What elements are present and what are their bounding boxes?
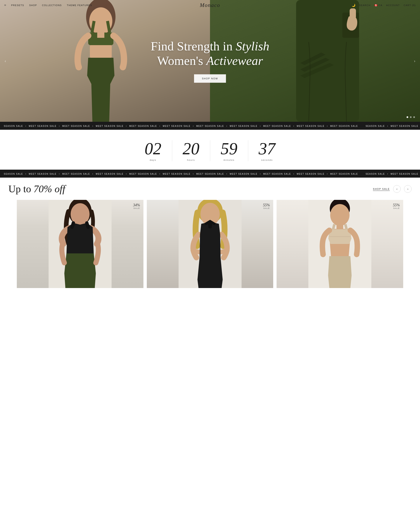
shop-sale-link[interactable]: SHOP SALE [373, 188, 390, 190]
product-image-3 [277, 200, 403, 288]
hero-section: Find Strength in Stylish Women's Activew… [0, 0, 420, 122]
product-card-1[interactable]: 34% SALE [17, 200, 143, 288]
ticker-item-b-dup: SEASON SALE • MEET SEASON SALE • MEET SE… [362, 173, 420, 175]
product-badge-label-3: SALE [393, 207, 400, 209]
product-image-2 [147, 200, 273, 288]
hero-dot-3[interactable] [413, 116, 415, 118]
ticker-item-b: SEASON SALE • MEET SEASON SALE • MEET SE… [0, 173, 362, 175]
countdown-days-number: 02 [145, 140, 161, 157]
site-logo[interactable]: Monaco [200, 2, 220, 8]
hero-title: Find Strength in Stylish Women's Activew… [150, 39, 269, 68]
ticker-item-dup: SEASON SALE • MEET SEASON SALE • MEET SE… [362, 125, 420, 127]
product-badge-label-1: SALE [133, 207, 140, 209]
ticker-top: SEASON SALE • MEET SEASON SALE • MEET SE… [0, 122, 420, 130]
sale-next-button[interactable]: › [404, 185, 411, 193]
countdown-days: 02 days [134, 140, 172, 161]
ticker-inner-bottom: SEASON SALE • MEET SEASON SALE • MEET SE… [0, 173, 420, 175]
countdown-minutes-number: 59 [221, 140, 237, 157]
hero-content: Find Strength in Stylish Women's Activew… [150, 39, 269, 83]
hero-dots [407, 116, 415, 118]
product-card-3[interactable]: 55% SALE [277, 200, 403, 288]
product-badge-percent-2: 55% [263, 203, 270, 207]
sale-header: Up to 70% off SHOP SALE ‹ › [9, 184, 411, 194]
sale-title-italic: 70% off [34, 183, 65, 194]
svg-rect-6 [97, 33, 104, 38]
hero-title-italic2: Activewear [206, 54, 263, 68]
hero-cta-button[interactable]: SHOP NOW [194, 74, 226, 83]
sale-section: Up to 70% off SHOP SALE ‹ › [0, 178, 420, 297]
ticker-item: SEASON SALE • MEET SEASON SALE • MEET SE… [0, 125, 362, 127]
hero-next-arrow[interactable]: › [412, 56, 418, 66]
ticker-bottom: SEASON SALE • MEET SEASON SALE • MEET SE… [0, 170, 420, 178]
product-figure-3-svg [277, 200, 403, 288]
product-badge-label-2: SALE [263, 207, 270, 209]
countdown-hours-label: hours [183, 159, 200, 161]
nav-link-collections[interactable]: COLLECTIONS [42, 4, 62, 7]
nav-left: ≡ PRESETS SHOP COLLECTIONS THEME FEATURE… [4, 3, 141, 7]
hero-title-italic1: Stylish [236, 39, 270, 53]
product-badge-percent-3: 55% [393, 203, 400, 207]
product-badge-2: 55% SALE [263, 203, 270, 209]
nav-link-shop[interactable]: SHOP [29, 4, 37, 7]
nav-right: 🌙 SEARCH 🇨🇦 CA ACCOUNT CART (0) [279, 4, 416, 7]
svg-rect-5 [90, 45, 112, 58]
countdown-hours-number: 20 [183, 140, 200, 157]
svg-rect-22 [337, 224, 343, 229]
hero-title-part2: Women's [157, 54, 206, 68]
hero-dot-2[interactable] [410, 116, 411, 118]
hero-prev-arrow[interactable]: ‹ [2, 56, 8, 66]
sale-title: Up to 70% off [9, 184, 65, 194]
product-grid: 34% SALE [9, 200, 411, 297]
product-badge-percent-1: 34% [133, 203, 140, 207]
product-badge-1: 34% SALE [133, 203, 140, 209]
product-card-2[interactable]: 55% SALE [147, 200, 273, 288]
sale-right: SHOP SALE ‹ › [373, 185, 411, 193]
svg-line-24 [345, 224, 347, 229]
navigation: ≡ PRESETS SHOP COLLECTIONS THEME FEATURE… [0, 0, 420, 10]
search-button[interactable]: SEARCH [359, 4, 371, 7]
countdown-seconds: 37 seconds [248, 140, 286, 161]
country-selector[interactable]: 🇨🇦 CA [375, 4, 382, 7]
cart-link[interactable]: CART (0) [404, 4, 416, 7]
svg-line-3 [92, 21, 94, 33]
product-figure-1-svg [17, 200, 143, 288]
countdown-minutes: 59 minutes [210, 140, 248, 161]
sale-prev-button[interactable]: ‹ [393, 185, 401, 193]
product-figure-2-svg [147, 200, 273, 288]
hero-dot-1[interactable] [407, 116, 408, 118]
product-badge-3: 55% SALE [393, 203, 400, 209]
countdown-days-label: days [145, 159, 161, 161]
nav-link-theme-features[interactable]: THEME FEATURES [67, 4, 92, 7]
dark-mode-icon[interactable]: 🌙 [352, 4, 355, 7]
hero-title-part1: Find Strength in [150, 39, 236, 53]
svg-line-4 [107, 21, 110, 33]
nav-center: Monaco [141, 2, 279, 9]
svg-line-23 [333, 224, 334, 229]
ticker-inner-top: SEASON SALE • MEET SEASON SALE • MEET SE… [0, 125, 420, 127]
account-link[interactable]: ACCOUNT [386, 4, 400, 7]
countdown-section: 02 days 20 hours 59 minutes 37 seconds [0, 130, 420, 170]
countdown-seconds-number: 37 [259, 140, 276, 157]
nav-link-presets[interactable]: PRESETS [11, 4, 24, 7]
hamburger-icon[interactable]: ≡ [4, 3, 6, 7]
countdown-minutes-label: minutes [221, 159, 237, 161]
countdown-seconds-label: seconds [259, 159, 276, 161]
sale-title-part1: Up to [9, 183, 34, 194]
product-image-1 [17, 200, 143, 288]
svg-point-21 [330, 204, 350, 226]
countdown-hours: 20 hours [172, 140, 210, 161]
